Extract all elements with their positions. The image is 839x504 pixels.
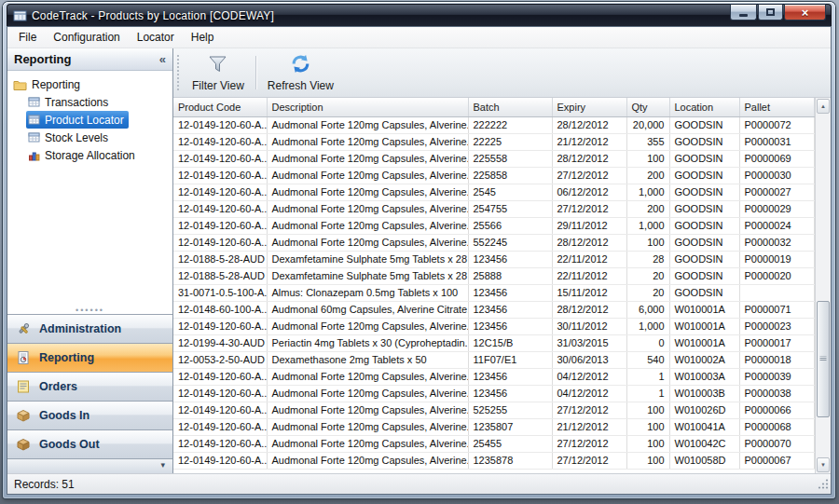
collapse-sidebar-button[interactable]: « (159, 53, 166, 65)
column-header-product-code[interactable]: Product Code (173, 98, 267, 116)
table-row[interactable]: 12-0149-120-60-A...Audmonal Forte 120mg … (173, 184, 815, 200)
refresh-view-button[interactable]: Refresh View (259, 51, 342, 94)
tree-root-reporting[interactable]: Reporting (10, 75, 170, 93)
window-title: CodeTrack - Products by Location [CODEWA… (32, 9, 274, 22)
tree-item-transactions[interactable]: Transactions (26, 93, 113, 111)
table-cell: 123456 (468, 284, 552, 301)
table-cell: P0000069 (739, 150, 815, 167)
sidebar: Reporting « Reporting TransactionsProduc… (7, 48, 173, 473)
table-icon (28, 131, 40, 143)
vertical-scrollbar[interactable]: ▲ ▼ (815, 98, 831, 473)
table-cell: GOODSIN (669, 167, 739, 184)
table-cell: 30/11/2012 (552, 318, 626, 334)
maximize-button[interactable] (758, 4, 783, 20)
scrollbar-thumb[interactable] (817, 301, 830, 417)
reporting-icon (15, 350, 32, 365)
table-cell: 27/12/2012 (552, 167, 626, 184)
table-cell: 12-0199-4-30-AUD (173, 334, 267, 351)
table-cell: P0000020 (739, 267, 815, 284)
table-cell: 25455 (468, 435, 552, 452)
table-cell: 123456 (468, 368, 552, 385)
menu-configuration[interactable]: Configuration (45, 28, 128, 47)
tree-item-stock-levels[interactable]: Stock Levels (26, 129, 113, 146)
nav-button-administration[interactable]: Administration (7, 314, 172, 343)
column-header-expiry[interactable]: Expiry (552, 98, 626, 116)
table-cell: 22/11/2012 (552, 251, 626, 267)
nav-button-goods-out[interactable]: Goods Out (7, 429, 172, 458)
table-cell: 12-0149-120-60-A... (173, 200, 267, 217)
table-row[interactable]: 12-0149-120-60-A...Audmonal Forte 120mg … (173, 402, 815, 418)
table-cell: P0000071 (739, 301, 815, 318)
table-cell: P0000070 (739, 435, 815, 452)
table-cell: GOODSIN (669, 217, 739, 234)
menu-locator[interactable]: Locator (129, 28, 183, 47)
chevron-down-icon[interactable]: ▾ (160, 460, 165, 470)
table-row[interactable]: 12-0149-120-60-A...Audmonal Forte 120mg … (173, 217, 815, 234)
sidebar-splitter[interactable]: •••••• (7, 306, 172, 314)
table-cell: 222222 (468, 116, 552, 133)
table-row[interactable]: 12-0199-4-30-AUDPeriactin 4mg Tablets x … (173, 334, 815, 351)
tree-item-storage-allocation[interactable]: Storage Allocation (26, 146, 140, 164)
resize-grip-icon[interactable] (818, 478, 829, 492)
table-row[interactable]: 12-0149-120-60-A...Audmonal Forte 120mg … (173, 167, 815, 184)
table-row[interactable]: 12-0148-60-100-A...Audmonal 60mg Capsule… (173, 301, 815, 318)
minimize-button[interactable] (730, 4, 757, 20)
table-row[interactable]: 12-0149-120-60-A...Audmonal Forte 120mg … (173, 418, 815, 435)
column-header-batch[interactable]: Batch (468, 98, 552, 116)
column-header-pallet[interactable]: Pallet (739, 98, 815, 116)
table-row[interactable]: 12-0188-5-28-AUDDexamfetamine Sulphate 5… (173, 251, 815, 267)
app-icon (13, 9, 27, 22)
toolbar: Filter View Refresh View (173, 48, 831, 98)
nav-button-orders[interactable]: Orders (7, 372, 172, 401)
table-row[interactable]: 12-0149-120-60-A...Audmonal Forte 120mg … (173, 234, 815, 251)
table-row[interactable]: 31-0071-0.5-100-A...Almus: Clonazepam 0.… (173, 284, 815, 301)
table-cell: 1,000 (626, 318, 669, 334)
table-cell: W010002A (669, 351, 739, 368)
table-cell: 6,000 (626, 301, 669, 318)
table-icon (28, 114, 40, 126)
maximize-icon (766, 8, 775, 16)
table-cell: 123456 (468, 318, 552, 334)
table-cell: 12-0149-120-60-A... (173, 368, 267, 385)
table-cell: Audmonal Forte 120mg Capsules, Alverine.… (267, 217, 468, 234)
table-row[interactable]: 12-0149-120-60-A...Audmonal Forte 120mg … (173, 133, 815, 150)
table-cell: 100 (626, 402, 669, 418)
table-cell: 123456 (468, 385, 552, 402)
table-cell: 1,000 (626, 184, 669, 200)
column-header-location[interactable]: Location (669, 98, 739, 116)
app-window: CodeTrack - Products by Location [CODEWA… (3, 2, 835, 498)
nav-button-goods-in[interactable]: Goods In (7, 401, 172, 429)
table-cell: 15/11/2012 (552, 284, 626, 301)
table-row[interactable]: 12-0149-120-60-A...Audmonal Forte 120mg … (173, 318, 815, 334)
nav-button-label: Orders (39, 380, 77, 393)
table-row[interactable]: 12-0149-120-60-A...Audmonal Forte 120mg … (173, 435, 815, 452)
table-row[interactable]: 12-0053-2-50-AUDDexamethasone 2mg Tablet… (173, 351, 815, 368)
menu-file[interactable]: File (10, 28, 45, 47)
column-header-qty[interactable]: Qty (626, 98, 669, 116)
table-cell: W010003A (669, 368, 739, 385)
menu-help[interactable]: Help (183, 28, 223, 47)
table-row[interactable]: 12-0149-120-60-A...Audmonal Forte 120mg … (173, 368, 815, 385)
table-cell: 12-0188-5-28-AUD (173, 267, 267, 284)
tree-item-label: Storage Allocation (45, 149, 135, 162)
table-cell: 0 (626, 334, 669, 351)
table-row[interactable]: 12-0149-120-60-A...Audmonal Forte 120mg … (173, 150, 815, 167)
toolbar-grip[interactable] (177, 55, 182, 90)
close-icon: × (802, 7, 809, 19)
scroll-down-button[interactable]: ▼ (817, 457, 830, 472)
column-header-description[interactable]: Description (267, 98, 468, 116)
scroll-up-button[interactable]: ▲ (817, 99, 830, 114)
close-button[interactable]: × (784, 4, 826, 20)
table-row[interactable]: 12-0149-120-60-A...Audmonal Forte 120mg … (173, 452, 815, 469)
title-bar[interactable]: CodeTrack - Products by Location [CODEWA… (7, 4, 832, 26)
tree-item-product-locator[interactable]: Product Locator (26, 111, 129, 129)
table-row[interactable]: 12-0149-120-60-A...Audmonal Forte 120mg … (173, 116, 815, 133)
table-row[interactable]: 12-0188-5-28-AUDDexamfetamine Sulphate 5… (173, 267, 815, 284)
table-row[interactable]: 12-0149-120-60-A...Audmonal Forte 120mg … (173, 200, 815, 217)
table-row[interactable]: 12-0149-120-60-A...Audmonal Forte 120mg … (173, 385, 815, 402)
table-cell: P0000066 (739, 402, 815, 418)
table-cell: P0000067 (739, 452, 815, 469)
nav-button-reporting[interactable]: Reporting (7, 343, 172, 372)
filter-view-button[interactable]: Filter View (184, 51, 253, 94)
table-cell: Audmonal Forte 120mg Capsules, Alverine.… (267, 200, 468, 217)
